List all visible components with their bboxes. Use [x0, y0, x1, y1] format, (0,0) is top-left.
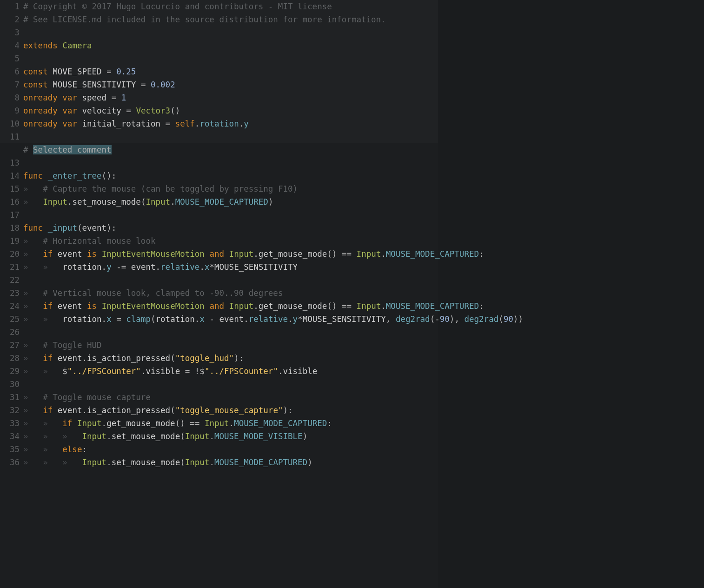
member: y [293, 314, 298, 324]
line-number: 8 [0, 91, 22, 104]
line-number: 6 [0, 65, 22, 78]
parameter: event [82, 223, 106, 233]
code-line[interactable]: 9 onready var velocity = Vector3() [0, 104, 704, 117]
colon: : [479, 301, 484, 311]
code-line[interactable]: 21 » » rotation.y -= event.relative.x*MO… [0, 261, 704, 274]
operator: = [126, 106, 131, 115]
code-line[interactable]: 1 # Copyright © 2017 Hugo Locurcio and c… [0, 0, 704, 13]
code-line[interactable]: 32 » if event.is_action_pressed("toggle_… [0, 404, 704, 417]
code-line[interactable]: 33 » » if Input.get_mouse_mode() == Inpu… [0, 417, 704, 430]
dot: . [67, 197, 73, 207]
operator: = ! [180, 367, 199, 376]
paren: ): [106, 223, 116, 233]
code-line[interactable]: 11 [0, 130, 704, 143]
code-line[interactable]: 19 » # Horizontal mouse look [0, 234, 704, 247]
code-line[interactable]: 28 » if event.is_action_pressed("toggle_… [0, 352, 704, 365]
dot: . [229, 419, 234, 428]
singleton: Input [357, 301, 381, 311]
code-line[interactable]: 26 [0, 326, 704, 339]
singleton: Input [357, 249, 381, 259]
dot: . [278, 367, 283, 376]
code-line[interactable]: 2 # See LICENSE.md included in the sourc… [0, 13, 704, 26]
line-number: 32 [0, 404, 22, 417]
code-line[interactable]: 35 » » else: [0, 443, 704, 456]
code-line[interactable]: 34 » » » Input.set_mouse_mode(Input.MOUS… [0, 430, 704, 443]
indent-guide: » [23, 249, 43, 259]
paren: ( [180, 458, 185, 467]
string: "toggle_mouse_capture" [175, 406, 283, 415]
singleton: Input [185, 432, 210, 441]
code-line[interactable]: 15 » # Capture the mouse (can be toggled… [0, 182, 704, 195]
code-line[interactable]: 27 » # Toggle HUD [0, 339, 704, 352]
line-number: 23 [0, 287, 22, 300]
comment: # See LICENSE.md included in the source … [23, 15, 386, 24]
keyword: onready [23, 119, 58, 128]
member: y [106, 262, 112, 272]
constant: MOUSE_MODE_VISIBLE [214, 432, 303, 441]
indent-guide: » [23, 354, 43, 363]
code-line[interactable]: 24 » if event is InputEventMouseMotion a… [0, 300, 704, 313]
type: InputEventMouseMotion [102, 249, 205, 259]
identifier: rotation [156, 314, 195, 324]
code-line[interactable]: 36 » » » Input.set_mouse_mode(Input.MOUS… [0, 456, 704, 469]
code-line[interactable]: 22 [0, 274, 704, 287]
code-line[interactable]: 8 onready var speed = 1 [0, 91, 704, 104]
code-line[interactable]: 10 onready var initial_rotation = self.r… [0, 117, 704, 130]
comment: # Capture the mouse (can be toggled by p… [43, 184, 298, 194]
keyword: var [62, 106, 77, 115]
selected-text[interactable]: Selected comment [33, 145, 112, 154]
comment: # Toggle HUD [43, 341, 101, 350]
dot: . [253, 301, 259, 311]
dot: . [381, 301, 386, 311]
paren: ( [77, 223, 82, 233]
code-line[interactable]: 31 » # Toggle mouse capture [0, 391, 704, 404]
code-line[interactable]: 29 » » $"../FPSCounter".visible = !$"../… [0, 365, 704, 378]
paren: ( [498, 314, 504, 324]
line-number: 3 [0, 26, 22, 39]
code-line[interactable]: 23 » # Vertical mouse look, clamped to -… [0, 287, 704, 300]
code-line[interactable]: 20 » if event is InputEventMouseMotion a… [0, 247, 704, 261]
code-line[interactable]: 17 [0, 208, 704, 221]
code-line[interactable]: 18 func _input(event): [0, 221, 704, 234]
code-line[interactable]: 30 [0, 378, 704, 391]
member: relative [160, 262, 199, 272]
code-editor[interactable]: 1 # Copyright © 2017 Hugo Locurcio and c… [0, 0, 704, 588]
code-line[interactable]: 5 [0, 52, 704, 65]
paren: () [327, 301, 337, 311]
singleton: Input [185, 458, 210, 467]
code-line[interactable]: 3 [0, 26, 704, 39]
keyword: func [23, 171, 43, 180]
keyword: and [209, 249, 224, 259]
code-line[interactable]: 25 » » rotation.x = clamp(rotation.x - e… [0, 313, 704, 326]
dot: . [156, 262, 161, 272]
code-line[interactable]: 7 const MOUSE_SENSITIVITY = 0.002 [0, 78, 704, 91]
line-number: 17 [0, 208, 22, 221]
line-number: 14 [0, 169, 22, 182]
paren: ) [268, 197, 273, 207]
code-area[interactable]: 1 # Copyright © 2017 Hugo Locurcio and c… [0, 0, 704, 469]
constant: MOUSE_MODE_CAPTURED [175, 197, 268, 207]
number: 90 [504, 314, 513, 324]
paren: ) [307, 458, 312, 467]
operator: * [209, 262, 214, 272]
indent-guide: » » [23, 445, 62, 454]
code-line-selected[interactable]: # Selected comment [0, 143, 704, 156]
comment: # Copyright © 2017 Hugo Locurcio and con… [23, 2, 332, 11]
number: 1 [121, 93, 126, 102]
code-line[interactable]: 16 » Input.set_mouse_mode(Input.MOUSE_MO… [0, 195, 704, 208]
code-line[interactable]: 6 const MOVE_SPEED = 0.25 [0, 65, 704, 78]
type: Vector3 [136, 106, 170, 115]
paren: ( [141, 197, 146, 207]
method: get_mouse_mode [106, 419, 175, 428]
number: 0.25 [116, 67, 136, 76]
code-line[interactable]: 4 extends Camera [0, 39, 704, 52]
code-line[interactable]: 13 [0, 156, 704, 169]
keyword: is [87, 301, 97, 311]
paren: ): [283, 406, 292, 415]
line-number: 7 [0, 78, 22, 91]
dot: . [102, 314, 107, 324]
code-line[interactable]: 14 func _enter_tree(): [0, 169, 704, 182]
paren: (): [102, 171, 117, 180]
identifier: rotation [62, 262, 101, 272]
line-number: 35 [0, 443, 22, 456]
